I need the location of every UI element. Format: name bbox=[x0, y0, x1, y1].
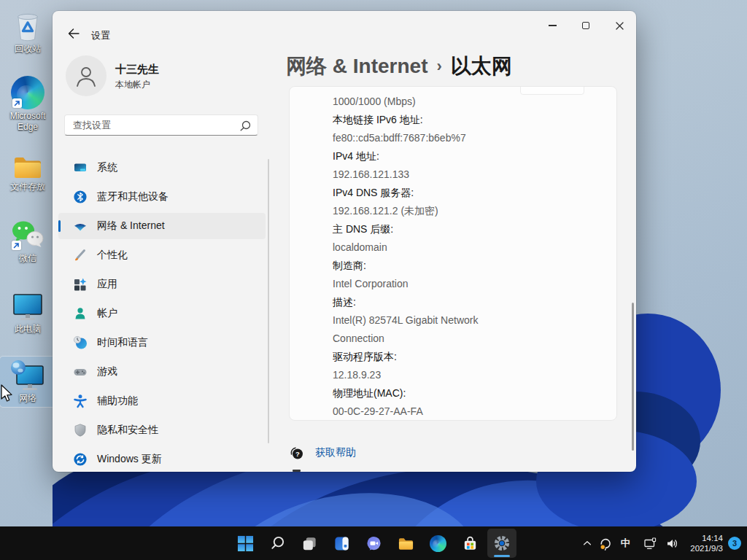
sidebar-item-personalization[interactable]: 个性化 bbox=[58, 242, 266, 268]
sidebar-item-label: 时间和语言 bbox=[97, 336, 148, 349]
maximize-icon bbox=[582, 22, 589, 29]
property-value: 192.168.121.133 bbox=[333, 166, 602, 184]
avatar[interactable] bbox=[66, 55, 107, 96]
time-language-icon bbox=[73, 335, 88, 350]
desktop-icon-recycle-bin[interactable]: 回收站 bbox=[0, 7, 55, 58]
sidebar-item-label: 应用 bbox=[97, 278, 117, 291]
breadcrumb: 网络 & Internet›以太网 bbox=[286, 52, 512, 80]
desktop-icon-this-pc[interactable]: 此电脑 bbox=[0, 289, 55, 338]
desktop-icon-label: 文件存放 bbox=[10, 182, 45, 192]
maximize-button[interactable] bbox=[569, 11, 603, 40]
taskbar: 中 14:14 2021/9/3 3 bbox=[0, 526, 747, 560]
sidebar-item-network-internet[interactable]: 网络 & Internet bbox=[58, 213, 266, 239]
property-value: 00-0C-29-27-AA-FA bbox=[333, 402, 602, 421]
edge-button[interactable] bbox=[423, 529, 452, 558]
sidebar-item-accessibility[interactable]: 辅助功能 bbox=[58, 388, 266, 414]
close-button[interactable] bbox=[603, 11, 636, 40]
sidebar-item-gaming[interactable]: 游戏 bbox=[58, 359, 266, 385]
start-button[interactable] bbox=[231, 529, 260, 558]
task-view-icon bbox=[301, 535, 318, 552]
apps-icon bbox=[73, 277, 88, 292]
volume-tray-button[interactable] bbox=[661, 529, 683, 558]
profile-account-type: 本地帐户 bbox=[115, 79, 150, 91]
property-label: IPv4 DNS 服务器: bbox=[333, 184, 602, 202]
minimize-icon bbox=[549, 25, 557, 26]
desktop-icon-edge[interactable]: Microsoft Edge bbox=[0, 73, 55, 136]
sidebar-item-label: 帐户 bbox=[97, 307, 117, 320]
minimize-button[interactable] bbox=[535, 11, 569, 40]
chevron-up-icon bbox=[582, 538, 592, 548]
shortcut-arrow-icon bbox=[12, 98, 22, 108]
search-icon bbox=[269, 535, 286, 552]
help-icon: ? bbox=[289, 446, 304, 460]
bluetooth-icon bbox=[73, 190, 88, 204]
settings-window: 设置 十三先生 本地帐户 系统 bbox=[53, 11, 636, 472]
sidebar-item-label: 辅助功能 bbox=[97, 394, 138, 408]
speaker-icon bbox=[666, 537, 678, 550]
sidebar-item-label: 游戏 bbox=[97, 365, 117, 378]
back-arrow-icon bbox=[68, 28, 80, 39]
paintbrush-icon bbox=[73, 248, 88, 262]
property-value: Intel(R) 82574L Gigabit Network Connecti… bbox=[333, 311, 511, 348]
widgets-icon bbox=[333, 535, 350, 552]
desktop-icon-label: 网络 bbox=[19, 393, 36, 404]
gamepad-icon bbox=[73, 365, 88, 379]
task-view-button[interactable] bbox=[295, 529, 324, 558]
sidebar-item-windows-update[interactable]: Windows 更新 bbox=[58, 446, 266, 472]
edge-icon bbox=[430, 535, 446, 552]
sidebar-item-bluetooth-devices[interactable]: 蓝牙和其他设备 bbox=[58, 184, 266, 210]
settings-button[interactable] bbox=[487, 529, 516, 558]
property-label: IPv4 地址: bbox=[333, 147, 602, 166]
desktop-icon-wechat[interactable]: 微信 bbox=[0, 217, 55, 267]
content-scrollbar[interactable] bbox=[632, 303, 634, 451]
sidebar-item-label: 网络 & Internet bbox=[97, 219, 165, 233]
widgets-button[interactable] bbox=[327, 529, 356, 558]
property-value: localdomain bbox=[333, 238, 602, 257]
windows-logo-icon bbox=[237, 535, 254, 552]
store-button[interactable] bbox=[455, 529, 484, 558]
property-value: Intel Corporation bbox=[333, 275, 602, 293]
account-icon bbox=[73, 306, 88, 321]
network-tray-button[interactable] bbox=[639, 529, 661, 558]
edit-button-clipped[interactable] bbox=[520, 86, 584, 95]
this-pc-icon bbox=[11, 292, 44, 322]
sidebar-scrollbar[interactable] bbox=[268, 159, 269, 443]
settings-gear-icon bbox=[493, 534, 511, 552]
desktop-icon-label: 此电脑 bbox=[15, 324, 41, 335]
shield-icon bbox=[73, 423, 88, 438]
folder-icon bbox=[12, 154, 43, 180]
property-label: 驱动程序版本: bbox=[333, 348, 602, 366]
breadcrumb-parent[interactable]: 网络 & Internet bbox=[286, 55, 427, 77]
get-help-link[interactable]: 获取帮助 bbox=[315, 446, 356, 459]
sidebar-item-privacy-security[interactable]: 隐私和安全性 bbox=[58, 417, 266, 443]
feedback-icon-clipped[interactable] bbox=[293, 470, 301, 472]
update-restart-tray-button[interactable] bbox=[595, 529, 616, 558]
ime-indicator[interactable]: 中 bbox=[616, 529, 635, 558]
sidebar-item-system[interactable]: 系统 bbox=[58, 155, 266, 181]
chat-button[interactable] bbox=[359, 529, 388, 558]
property-label: 本地链接 IPv6 地址: bbox=[333, 111, 602, 129]
back-button[interactable] bbox=[63, 24, 85, 43]
system-tray: 中 14:14 2021/9/3 3 bbox=[579, 526, 744, 560]
sidebar-item-apps[interactable]: 应用 bbox=[58, 271, 266, 298]
property-label: 物理地址(MAC): bbox=[333, 384, 602, 402]
taskbar-search-button[interactable] bbox=[263, 529, 292, 558]
sidebar-item-time-language[interactable]: 时间和语言 bbox=[58, 330, 266, 356]
taskbar-center-buttons bbox=[231, 529, 516, 558]
network-icon bbox=[10, 359, 45, 392]
search-input[interactable] bbox=[65, 115, 258, 135]
desktop-icon-file-folder[interactable]: 文件存放 bbox=[0, 151, 55, 195]
notification-badge[interactable]: 3 bbox=[728, 537, 741, 550]
breadcrumb-separator-icon: › bbox=[436, 57, 441, 75]
tray-chevron-button[interactable] bbox=[579, 529, 595, 558]
desktop-icon-label: Microsoft Edge bbox=[1, 111, 54, 133]
ethernet-details-card: 1000/1000 (Mbps) 本地链接 IPv6 地址: fe80::cd5… bbox=[289, 86, 617, 421]
clock[interactable]: 14:14 2021/9/3 bbox=[690, 533, 723, 553]
sidebar-nav: 系统 蓝牙和其他设备 网络 & Internet 个性化 bbox=[58, 155, 266, 472]
sidebar-item-accounts[interactable]: 帐户 bbox=[58, 300, 266, 327]
tray-date: 2021/9/3 bbox=[690, 543, 723, 553]
property-value: 12.18.9.23 bbox=[333, 366, 602, 384]
file-explorer-button[interactable] bbox=[391, 529, 420, 558]
sidebar-item-label: Windows 更新 bbox=[97, 453, 162, 466]
sidebar-item-label: 系统 bbox=[97, 161, 117, 174]
